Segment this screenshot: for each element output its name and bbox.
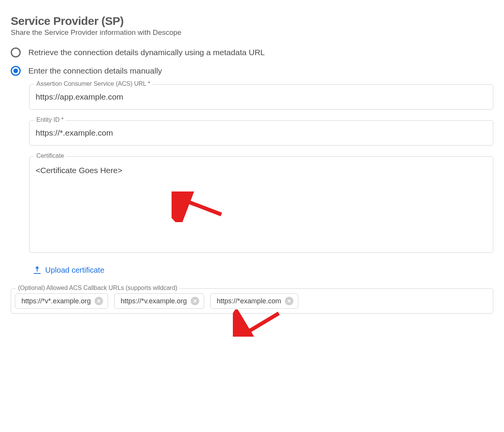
allowed-callback-urls-label: (Optional) Allowed ACS Callback URLs (su… xyxy=(16,285,180,291)
allowed-callback-urls-field: (Optional) Allowed ACS Callback URLs (su… xyxy=(11,288,493,314)
acs-url-field: Assertion Consumer Service (ACS) URL * xyxy=(29,84,493,110)
acs-url-input[interactable] xyxy=(29,85,493,109)
upload-certificate-button[interactable]: Upload certificate xyxy=(34,266,105,275)
radio-unselected-icon[interactable] xyxy=(11,47,21,57)
callback-chip: https://*v*.example.org xyxy=(15,293,108,309)
entity-id-input[interactable] xyxy=(29,121,493,145)
section-subtitle: Share the Service Provider information w… xyxy=(11,28,493,37)
remove-chip-icon[interactable] xyxy=(95,297,103,305)
remove-chip-icon[interactable] xyxy=(191,297,199,305)
certificate-field: Certificate xyxy=(29,156,493,253)
entity-id-field: Entity ID * xyxy=(29,120,493,146)
radio-selected-icon[interactable] xyxy=(11,66,21,76)
section-title: Service Provider (SP) xyxy=(11,15,493,28)
option-metadata-url[interactable]: Retrieve the connection details dynamica… xyxy=(11,47,493,57)
callback-chip-text: https://*v.example.org xyxy=(121,297,187,305)
callback-chip-text: https://*example.com xyxy=(217,297,281,305)
callback-chip-list[interactable]: https://*v*.example.org https://*v.examp… xyxy=(11,289,493,313)
svg-line-3 xyxy=(241,313,279,336)
option-metadata-label: Retrieve the connection details dynamica… xyxy=(28,48,265,57)
option-manual-label: Enter the connection details manually xyxy=(28,66,162,75)
upload-icon xyxy=(34,267,41,274)
remove-chip-icon[interactable] xyxy=(285,297,293,305)
callback-chip: https://*v.example.org xyxy=(114,293,204,309)
certificate-label: Certificate xyxy=(34,152,66,159)
acs-url-label: Assertion Consumer Service (ACS) URL * xyxy=(34,80,152,87)
callback-chip-text: https://*v*.example.org xyxy=(21,297,91,305)
certificate-input[interactable] xyxy=(29,157,493,251)
callback-chip: https://*example.com xyxy=(210,293,298,309)
option-manual[interactable]: Enter the connection details manually xyxy=(11,66,493,76)
entity-id-label: Entity ID * xyxy=(34,116,66,123)
manual-fields: Assertion Consumer Service (ACS) URL * E… xyxy=(29,84,493,288)
sp-form: Service Provider (SP) Share the Service … xyxy=(11,15,493,314)
upload-certificate-label: Upload certificate xyxy=(45,266,105,275)
